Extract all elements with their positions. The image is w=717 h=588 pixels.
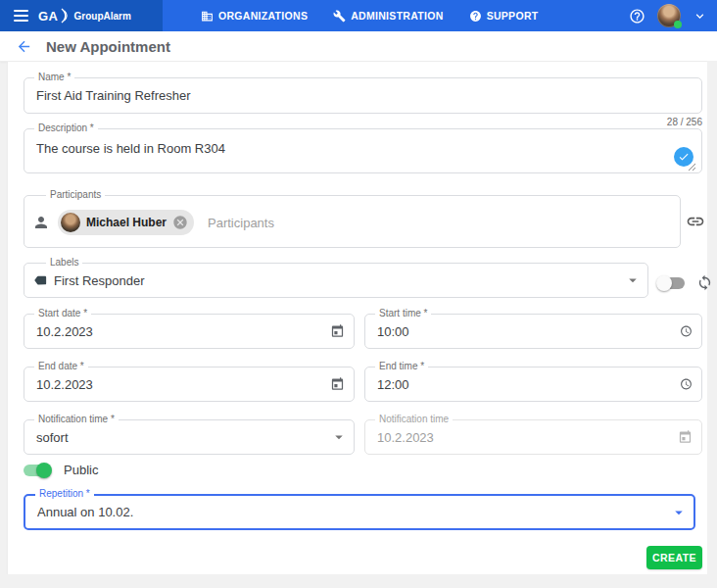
nav-support-label: SUPPORT [487, 10, 539, 22]
participant-avatar [61, 213, 80, 232]
labels-field-label: Labels [46, 257, 82, 269]
app-bar-right [629, 0, 707, 31]
labels-extras [658, 274, 713, 291]
page-background-bottom [0, 574, 717, 588]
organizations-icon [201, 10, 214, 23]
notification-date-field: Notification time [364, 419, 702, 455]
create-button[interactable]: CREATE [646, 546, 702, 569]
page-background-right [707, 61, 717, 588]
remove-participant-icon[interactable] [172, 215, 188, 230]
end-time-input[interactable] [365, 368, 701, 401]
labels-toggle[interactable] [658, 277, 685, 289]
main-nav: ORGANIZATIONS ADMINISTRATION SUPPORT [201, 0, 538, 31]
clock-icon[interactable] [680, 325, 693, 338]
participant-name: Michael Huber [86, 216, 167, 229]
participants-field-label: Participants [46, 189, 105, 201]
support-icon [469, 10, 482, 23]
repetition-dropdown-caret-icon[interactable] [670, 504, 688, 521]
start-time-input[interactable] [365, 315, 701, 348]
sync-icon[interactable] [696, 274, 713, 291]
end-time-field[interactable]: End time * [364, 367, 702, 402]
description-field[interactable]: Description * The course is held in Room… [24, 128, 702, 173]
start-time-field[interactable]: Start time * [364, 314, 702, 349]
nav-organizations-label: ORGANIZATIONS [218, 10, 308, 22]
calendar-icon [678, 430, 693, 445]
participants-input[interactable] [206, 215, 674, 231]
toggle-knob [656, 275, 672, 291]
resize-handle-icon[interactable] [688, 163, 696, 172]
calendar-icon[interactable] [330, 377, 345, 392]
nav-administration-label: ADMINISTRATION [351, 10, 443, 22]
end-date-input[interactable] [24, 368, 354, 401]
start-date-field[interactable]: Start date * [24, 314, 355, 349]
page-title: New Appointment [46, 38, 170, 55]
nav-support[interactable]: SUPPORT [469, 10, 539, 23]
calendar-icon[interactable] [330, 324, 345, 339]
chevron-down-icon[interactable] [693, 9, 707, 24]
labels-value: First Responder [54, 273, 144, 288]
app-bar: GA GroupAlarm ORGANIZATIONS ADMINISTRATI… [0, 0, 717, 31]
notification-time-value[interactable] [24, 420, 354, 454]
logo-swoosh-icon [61, 7, 69, 24]
labels-field[interactable]: Labels First Responder [24, 263, 648, 298]
name-field[interactable]: Name * [24, 77, 702, 114]
public-toggle[interactable] [24, 465, 50, 476]
repetition-field[interactable]: Repetition * [24, 494, 695, 530]
nav-administration[interactable]: ADMINISTRATION [333, 10, 443, 23]
participants-row: Michael Huber [32, 210, 674, 235]
public-label: Public [64, 463, 98, 477]
name-input[interactable] [24, 78, 701, 113]
person-icon [32, 214, 50, 231]
repetition-input[interactable] [25, 496, 693, 528]
group-alarm-logo[interactable]: GA GroupAlarm [38, 7, 131, 24]
help-icon[interactable] [629, 8, 645, 24]
clock-icon[interactable] [680, 378, 693, 391]
page-toolbar: New Appointment [0, 31, 717, 62]
administration-icon [333, 10, 346, 23]
user-avatar[interactable] [657, 4, 681, 27]
toggle-knob [36, 463, 52, 478]
brand-name: GroupAlarm [74, 11, 131, 22]
back-arrow-icon[interactable] [16, 38, 32, 55]
labels-dropdown-caret-icon[interactable] [624, 271, 642, 289]
name-char-counter: 28 / 256 [408, 117, 702, 127]
public-row: Public [24, 463, 98, 477]
notification-date-input [365, 420, 701, 454]
notification-time-select[interactable]: Notification time * [24, 419, 355, 455]
tag-icon [33, 273, 48, 288]
menu-icon[interactable] [14, 10, 28, 22]
dropdown-caret-icon[interactable] [330, 428, 348, 446]
start-date-input[interactable] [24, 315, 354, 348]
participant-chip[interactable]: Michael Huber [58, 210, 194, 235]
new-appointment-page: GA GroupAlarm ORGANIZATIONS ADMINISTRATI… [0, 0, 717, 588]
end-date-field[interactable]: End date * [24, 367, 355, 402]
online-status-dot [674, 21, 682, 28]
app-bar-brand-section: GA GroupAlarm [0, 0, 163, 31]
participants-field[interactable]: Participants Michael Huber [24, 195, 681, 248]
link-icon[interactable] [686, 212, 705, 231]
description-input[interactable]: The course is held in Room R304 [24, 129, 701, 172]
logo-ga-text: GA [38, 9, 59, 24]
nav-organizations[interactable]: ORGANIZATIONS [201, 10, 308, 23]
